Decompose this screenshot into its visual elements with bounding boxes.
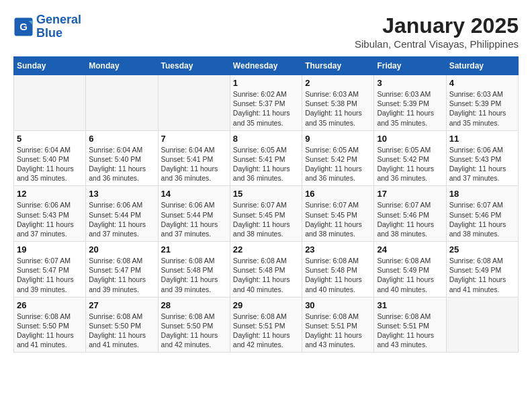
calendar-cell: 23Sunrise: 6:08 AMSunset: 5:48 PMDayligh… [302, 242, 374, 298]
day-info: Sunrise: 6:07 AMSunset: 5:46 PMDaylight:… [449, 200, 515, 238]
day-number: 20 [89, 244, 154, 255]
day-info: Sunrise: 6:08 AMSunset: 5:50 PMDaylight:… [161, 312, 227, 350]
day-info: Sunrise: 6:04 AMSunset: 5:40 PMDaylight:… [89, 145, 154, 183]
day-number: 31 [377, 300, 443, 310]
calendar-cell: 27Sunrise: 6:08 AMSunset: 5:50 PMDayligh… [86, 297, 158, 353]
header-day-wednesday: Wednesday [230, 57, 302, 75]
header-day-tuesday: Tuesday [158, 57, 230, 75]
calendar-week-row: 1Sunrise: 6:02 AMSunset: 5:37 PMDaylight… [14, 75, 519, 131]
day-number: 29 [233, 300, 299, 310]
day-number: 22 [233, 244, 299, 255]
day-number: 28 [161, 300, 227, 310]
day-number: 4 [449, 78, 515, 88]
day-info: Sunrise: 6:04 AMSunset: 5:41 PMDaylight:… [161, 145, 227, 183]
page-title: January 2025 [355, 13, 519, 38]
calendar-cell [86, 75, 158, 131]
day-number: 17 [377, 189, 443, 199]
day-info: Sunrise: 6:08 AMSunset: 5:48 PMDaylight:… [161, 256, 227, 294]
day-info: Sunrise: 6:08 AMSunset: 5:51 PMDaylight:… [233, 312, 299, 350]
calendar-cell: 8Sunrise: 6:05 AMSunset: 5:41 PMDaylight… [230, 130, 302, 186]
calendar-cell [158, 75, 230, 131]
day-info: Sunrise: 6:05 AMSunset: 5:41 PMDaylight:… [233, 145, 299, 183]
logo: G General Blue [13, 13, 81, 40]
calendar-cell: 2Sunrise: 6:03 AMSunset: 5:38 PMDaylight… [302, 75, 374, 131]
day-number: 24 [377, 244, 443, 255]
calendar-week-row: 19Sunrise: 6:07 AMSunset: 5:47 PMDayligh… [14, 242, 519, 298]
calendar-cell: 22Sunrise: 6:08 AMSunset: 5:48 PMDayligh… [230, 242, 302, 298]
day-number: 9 [305, 134, 371, 144]
title-block: January 2025 Sibulan, Central Visayas, P… [355, 13, 519, 50]
svg-text:G: G [19, 20, 28, 32]
calendar-cell: 6Sunrise: 6:04 AMSunset: 5:40 PMDaylight… [86, 130, 158, 186]
day-number: 23 [305, 244, 371, 255]
header-day-monday: Monday [86, 57, 158, 75]
day-info: Sunrise: 6:03 AMSunset: 5:39 PMDaylight:… [449, 89, 515, 128]
day-number: 18 [449, 189, 515, 199]
calendar-cell: 14Sunrise: 6:06 AMSunset: 5:44 PMDayligh… [158, 186, 230, 242]
day-number: 19 [17, 244, 83, 255]
day-number: 14 [161, 189, 227, 199]
day-number: 15 [233, 189, 299, 199]
day-info: Sunrise: 6:05 AMSunset: 5:42 PMDaylight:… [305, 145, 371, 183]
calendar-week-row: 5Sunrise: 6:04 AMSunset: 5:40 PMDaylight… [14, 130, 519, 186]
calendar-week-row: 26Sunrise: 6:08 AMSunset: 5:50 PMDayligh… [14, 297, 519, 353]
day-number: 3 [377, 78, 443, 88]
day-number: 10 [377, 134, 443, 144]
header-row: SundayMondayTuesdayWednesdayThursdayFrid… [14, 57, 519, 75]
calendar-cell [14, 75, 86, 131]
header-day-sunday: Sunday [14, 57, 86, 75]
day-number: 26 [17, 300, 83, 310]
calendar-cell: 28Sunrise: 6:08 AMSunset: 5:50 PMDayligh… [158, 297, 230, 353]
day-info: Sunrise: 6:03 AMSunset: 5:39 PMDaylight:… [377, 89, 443, 128]
day-info: Sunrise: 6:08 AMSunset: 5:51 PMDaylight:… [305, 312, 371, 350]
logo-icon: G [13, 17, 34, 37]
day-info: Sunrise: 6:08 AMSunset: 5:48 PMDaylight:… [305, 256, 371, 294]
calendar-cell: 1Sunrise: 6:02 AMSunset: 5:37 PMDaylight… [230, 75, 302, 131]
day-number: 27 [89, 300, 154, 310]
calendar-cell: 16Sunrise: 6:07 AMSunset: 5:45 PMDayligh… [302, 186, 374, 242]
calendar-cell: 11Sunrise: 6:06 AMSunset: 5:43 PMDayligh… [446, 130, 518, 186]
day-number: 30 [305, 300, 371, 310]
calendar-body: 1Sunrise: 6:02 AMSunset: 5:37 PMDaylight… [14, 75, 519, 353]
day-info: Sunrise: 6:06 AMSunset: 5:43 PMDaylight:… [449, 145, 515, 183]
day-number: 13 [89, 189, 154, 199]
day-info: Sunrise: 6:08 AMSunset: 5:49 PMDaylight:… [449, 256, 515, 294]
header-day-thursday: Thursday [302, 57, 374, 75]
calendar-cell: 5Sunrise: 6:04 AMSunset: 5:40 PMDaylight… [14, 130, 86, 186]
day-number: 5 [17, 134, 83, 144]
day-info: Sunrise: 6:07 AMSunset: 5:46 PMDaylight:… [377, 200, 443, 238]
logo-general: General [36, 13, 81, 26]
day-info: Sunrise: 6:08 AMSunset: 5:48 PMDaylight:… [233, 256, 299, 294]
calendar-cell: 19Sunrise: 6:07 AMSunset: 5:47 PMDayligh… [14, 242, 86, 298]
calendar-cell: 17Sunrise: 6:07 AMSunset: 5:46 PMDayligh… [374, 186, 446, 242]
calendar-cell: 10Sunrise: 6:05 AMSunset: 5:42 PMDayligh… [374, 130, 446, 186]
day-info: Sunrise: 6:07 AMSunset: 5:45 PMDaylight:… [233, 200, 299, 238]
calendar-cell [446, 297, 518, 353]
calendar-cell: 31Sunrise: 6:08 AMSunset: 5:51 PMDayligh… [374, 297, 446, 353]
calendar-cell: 15Sunrise: 6:07 AMSunset: 5:45 PMDayligh… [230, 186, 302, 242]
day-info: Sunrise: 6:05 AMSunset: 5:42 PMDaylight:… [377, 145, 443, 183]
calendar-cell: 13Sunrise: 6:06 AMSunset: 5:44 PMDayligh… [86, 186, 158, 242]
day-info: Sunrise: 6:08 AMSunset: 5:51 PMDaylight:… [377, 312, 443, 350]
day-info: Sunrise: 6:06 AMSunset: 5:43 PMDaylight:… [17, 200, 83, 238]
calendar-cell: 20Sunrise: 6:08 AMSunset: 5:47 PMDayligh… [86, 242, 158, 298]
day-number: 7 [161, 134, 227, 144]
day-info: Sunrise: 6:08 AMSunset: 5:50 PMDaylight:… [89, 312, 154, 350]
calendar-cell: 7Sunrise: 6:04 AMSunset: 5:41 PMDaylight… [158, 130, 230, 186]
calendar-cell: 26Sunrise: 6:08 AMSunset: 5:50 PMDayligh… [14, 297, 86, 353]
calendar-cell: 12Sunrise: 6:06 AMSunset: 5:43 PMDayligh… [14, 186, 86, 242]
day-number: 16 [305, 189, 371, 199]
header-day-friday: Friday [374, 57, 446, 75]
calendar-cell: 25Sunrise: 6:08 AMSunset: 5:49 PMDayligh… [446, 242, 518, 298]
day-info: Sunrise: 6:08 AMSunset: 5:49 PMDaylight:… [377, 256, 443, 294]
header-day-saturday: Saturday [446, 57, 518, 75]
page-subtitle: Sibulan, Central Visayas, Philippines [355, 38, 519, 50]
day-number: 2 [305, 78, 371, 88]
logo-blue: Blue [36, 26, 62, 40]
day-number: 12 [17, 189, 83, 199]
calendar-cell: 29Sunrise: 6:08 AMSunset: 5:51 PMDayligh… [230, 297, 302, 353]
day-info: Sunrise: 6:07 AMSunset: 5:47 PMDaylight:… [17, 256, 83, 294]
calendar-cell: 30Sunrise: 6:08 AMSunset: 5:51 PMDayligh… [302, 297, 374, 353]
day-info: Sunrise: 6:04 AMSunset: 5:40 PMDaylight:… [17, 145, 83, 183]
logo-text: General Blue [36, 13, 81, 40]
